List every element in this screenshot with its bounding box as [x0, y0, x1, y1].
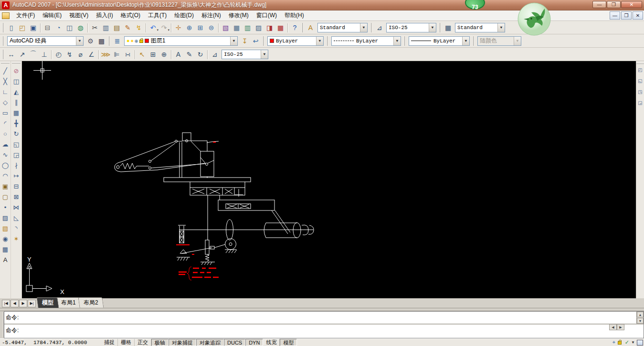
- chevron-down-icon[interactable]: ▼: [230, 37, 237, 45]
- make-object-layer-current-button[interactable]: ↧: [239, 35, 250, 46]
- workspace-settings-button[interactable]: ⚙: [85, 35, 96, 46]
- bring-to-front-button[interactable]: ◰: [637, 66, 644, 73]
- undo-button[interactable]: ↶: [148, 22, 158, 33]
- menu-file[interactable]: 文件(F): [12, 10, 39, 21]
- layer-on-bulb-icon[interactable]: ●: [127, 38, 130, 44]
- array-button[interactable]: ▦: [11, 107, 21, 118]
- toolbar-unlock-icon[interactable]: [618, 341, 622, 345]
- hatch-button[interactable]: ▨: [0, 212, 11, 223]
- region-button[interactable]: ◉: [0, 233, 11, 244]
- extend-button[interactable]: ↦: [11, 170, 21, 181]
- scroll-left-icon[interactable]: ◀: [609, 324, 617, 330]
- cut-button[interactable]: ✂: [89, 22, 100, 33]
- ellipse-arc-button[interactable]: ◠: [0, 170, 11, 181]
- tolerance-button[interactable]: ⊞: [148, 49, 158, 60]
- dim-ordinate-button[interactable]: ⊥: [39, 49, 50, 60]
- standards-check-icon[interactable]: ✓: [625, 339, 629, 346]
- chevron-down-icon[interactable]: ▼: [261, 50, 268, 59]
- menu-insert[interactable]: 插入(I): [92, 10, 116, 21]
- sheetset-manager-button[interactable]: ▨: [253, 22, 264, 33]
- scroll-right-icon[interactable]: ▶: [617, 324, 624, 330]
- menu-format[interactable]: 格式(O): [117, 10, 144, 21]
- dim-continue-button[interactable]: ∺: [122, 49, 133, 60]
- toolbar-grip[interactable]: [404, 36, 406, 46]
- minimize-button[interactable]: —: [592, 1, 606, 8]
- menu-dimension[interactable]: 标注(N): [198, 10, 225, 21]
- polyline-button[interactable]: ∟: [0, 86, 11, 97]
- mdi-restore-button[interactable]: ❐: [621, 11, 632, 20]
- publish-button[interactable]: ◫: [64, 22, 75, 33]
- toolbar-grip[interactable]: [2, 36, 4, 46]
- quick-leader-button[interactable]: ↖: [137, 49, 148, 60]
- zoom-window-button[interactable]: ⊞: [195, 22, 206, 33]
- model-space-toggle[interactable]: 模型: [280, 339, 297, 346]
- dim-linear-button[interactable]: ↔: [6, 49, 17, 60]
- lineweight-control-combo[interactable]: ByLayer ▼: [409, 36, 470, 46]
- layer-combo[interactable]: ● ● ◉ 图层1 ▼: [124, 36, 238, 46]
- tab-nav-last-button-glyph[interactable]: ▶|: [28, 300, 36, 307]
- clean-screen-button[interactable]: [637, 340, 643, 346]
- grid-toggle[interactable]: 栅格: [118, 339, 135, 346]
- chevron-down-icon[interactable]: ▼: [316, 37, 323, 45]
- dwg-file-icon[interactable]: [2, 12, 10, 19]
- toolbar-grip[interactable]: [370, 23, 372, 32]
- dim-style-combo[interactable]: ISO-25 ▼: [386, 23, 436, 32]
- mdi-minimize-button[interactable]: —: [610, 11, 620, 20]
- osnap-toggle[interactable]: 对象捕捉: [169, 339, 196, 346]
- close-button[interactable]: ✕: [621, 1, 642, 8]
- workspace-save-button[interactable]: ▩: [96, 35, 107, 46]
- menu-modify[interactable]: 修改(M): [225, 10, 253, 21]
- chevron-down-icon[interactable]: ▼: [497, 23, 505, 32]
- circle-button[interactable]: ○: [0, 128, 11, 139]
- toolbar-grip[interactable]: [473, 36, 475, 46]
- fillet-button[interactable]: ◝: [11, 223, 21, 233]
- layer-previous-button[interactable]: ↩: [250, 35, 261, 46]
- mdi-close-button[interactable]: ✕: [633, 11, 643, 20]
- tab-model[interactable]: 模型: [36, 297, 59, 308]
- dim-baseline-button[interactable]: ⊫: [111, 49, 122, 60]
- quickcalc-button[interactable]: ▦: [275, 22, 286, 33]
- trim-button[interactable]: ∤: [11, 160, 21, 170]
- send-under-button[interactable]: ◲: [637, 99, 644, 106]
- new-button[interactable]: ▯: [6, 22, 17, 33]
- toolbar-grip[interactable]: [1, 63, 10, 64]
- rotate-button[interactable]: ↻: [11, 128, 21, 139]
- move-button[interactable]: ╋: [11, 118, 21, 128]
- designcenter-button[interactable]: ▦: [231, 22, 242, 33]
- toolbar-grip[interactable]: [263, 36, 264, 46]
- tab-layout2[interactable]: 布局2: [78, 297, 104, 308]
- menu-tools[interactable]: 工具(T): [144, 10, 170, 21]
- tray-dropdown-icon[interactable]: ▼: [631, 340, 635, 345]
- dim-jogged-button[interactable]: ↯: [64, 49, 75, 60]
- polar-toggle[interactable]: 极轴: [151, 339, 169, 346]
- open-button[interactable]: ◰: [17, 22, 28, 33]
- construction-line-button[interactable]: ╳: [0, 76, 11, 86]
- command-input-line[interactable]: 命令: ◀ ▶: [4, 325, 644, 337]
- point-button[interactable]: •: [0, 202, 11, 212]
- menu-view[interactable]: 视图(V): [65, 10, 92, 21]
- toolbar-grip[interactable]: [439, 23, 441, 32]
- plot-button[interactable]: ⊟: [42, 22, 53, 33]
- copy-button[interactable]: ◫: [11, 76, 21, 86]
- dim-angular-button[interactable]: ∠: [86, 49, 97, 60]
- quick-dimension-button[interactable]: ⋙: [100, 49, 111, 60]
- toolbar-grip[interactable]: [636, 63, 644, 65]
- chevron-down-icon[interactable]: ▼: [393, 37, 401, 45]
- layer-manager-button[interactable]: ≣: [112, 35, 123, 46]
- dim-radius-button[interactable]: ◴: [53, 49, 64, 60]
- drawing-canvas[interactable]: Y X: [22, 61, 636, 298]
- tab-nav-prev-button-glyph[interactable]: ◀: [11, 300, 19, 307]
- dyn-toggle[interactable]: DYN: [245, 339, 263, 346]
- markup-set-manager-button[interactable]: ◨: [264, 22, 275, 33]
- tab-nav-next-button-glyph[interactable]: ▶: [19, 300, 27, 307]
- erase-button[interactable]: ⊘: [11, 65, 21, 76]
- chevron-down-icon[interactable]: ▼: [360, 23, 367, 32]
- make-block-button[interactable]: ▢: [0, 191, 11, 202]
- toolbar-grip[interactable]: [12, 63, 21, 64]
- menu-draw[interactable]: 绘图(D): [170, 10, 198, 21]
- communication-center-icon[interactable]: ⌖: [612, 339, 615, 346]
- ellipse-button[interactable]: ◯: [0, 160, 11, 170]
- toolbar-grip[interactable]: [302, 23, 304, 32]
- gradient-button[interactable]: ▧: [0, 223, 11, 233]
- bring-above-button[interactable]: ◳: [637, 88, 644, 95]
